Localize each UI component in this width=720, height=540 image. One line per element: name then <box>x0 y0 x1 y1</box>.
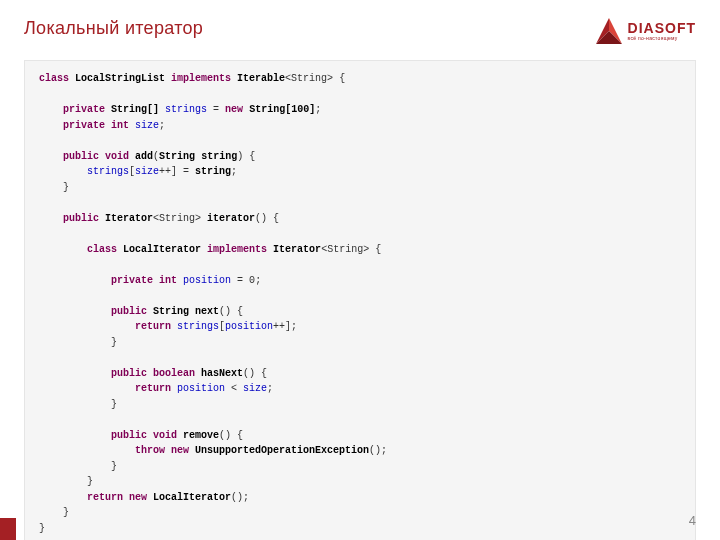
logo: DIASOFT всё по-настоящему <box>596 18 696 44</box>
logo-icon <box>596 18 622 44</box>
footer-accent <box>0 518 16 540</box>
slide-title: Локальный итератор <box>24 18 203 39</box>
slide-header: Локальный итератор DIASOFT всё по-настоя… <box>0 0 720 52</box>
logo-name: DIASOFT <box>628 21 696 35</box>
logo-tagline: всё по-настоящему <box>628 36 696 41</box>
page-number: 4 <box>689 513 696 528</box>
logo-text: DIASOFT всё по-настоящему <box>628 21 696 41</box>
code-block: class LocalStringList implements Iterabl… <box>24 60 696 540</box>
